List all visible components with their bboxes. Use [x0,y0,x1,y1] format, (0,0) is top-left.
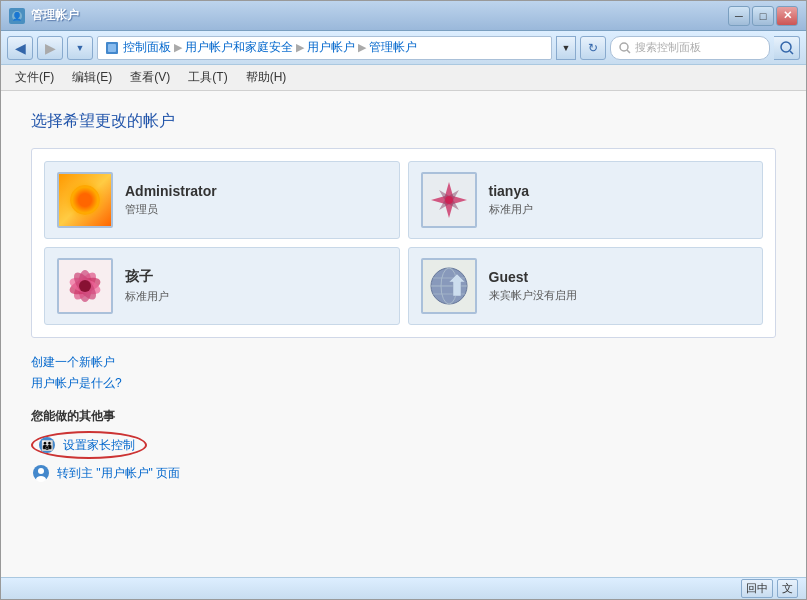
maximize-button[interactable]: □ [752,6,774,26]
title-bar-left: 👤 管理帐户 [9,7,79,24]
svg-point-17 [72,194,98,205]
svg-text:👤: 👤 [12,11,22,21]
svg-point-9 [74,186,97,214]
search-icon [619,42,631,54]
address-bar[interactable]: 控制面板 ▶ 用户帐户和家庭安全 ▶ 用户帐户 ▶ 管理帐户 [97,36,552,60]
menu-bar: 文件(F) 编辑(E) 查看(V) 工具(T) 帮助(H) [1,65,806,91]
breadcrumb-item-1[interactable]: 控制面板 [123,39,171,56]
search-placeholder: 搜索控制面板 [635,40,701,55]
account-name-child: 孩子 [125,268,387,286]
svg-point-15 [74,186,97,214]
links-section: 创建一个新帐户 用户帐户是什么? [31,354,776,392]
svg-text:👪: 👪 [41,439,54,452]
status-text-2: 文 [782,581,793,596]
svg-point-13 [74,186,97,214]
parental-control-label[interactable]: 设置家长控制 [63,437,135,454]
main-content: 选择希望更改的帐户 [1,91,806,577]
account-item-administrator[interactable]: Administrator 管理员 [44,161,400,239]
svg-point-19 [74,186,97,214]
account-type-child: 标准用户 [125,289,387,304]
svg-line-7 [790,51,793,54]
status-bar: 回中 文 [1,577,806,599]
search-button[interactable] [774,36,800,60]
svg-point-41 [38,468,44,474]
other-tasks-title: 您能做的其他事 [31,408,776,425]
svg-line-5 [627,50,630,53]
menu-tools[interactable]: 工具(T) [180,66,235,89]
title-bar: 👤 管理帐户 ─ □ ✕ [1,1,806,31]
menu-help[interactable]: 帮助(H) [238,66,295,89]
create-account-link[interactable]: 创建一个新帐户 [31,354,776,371]
svg-point-23 [445,196,453,204]
back-button[interactable]: ◀ [7,36,33,60]
parental-control-highlight[interactable]: 👪 设置家长控制 [31,431,147,459]
title-bar-controls: ─ □ ✕ [728,6,798,26]
avatar-child-image [59,260,111,312]
accounts-container: Administrator 管理员 [31,148,776,338]
account-name-guest: Guest [489,269,751,285]
account-type-guest: 来宾帐户没有启用 [489,288,751,303]
window-icon: 👤 [9,8,25,24]
account-item-tianya[interactable]: tianya 标准用户 [408,161,764,239]
avatar-tianya-image [423,174,475,226]
svg-point-8 [79,187,90,213]
account-info-guest: Guest 来宾帐户没有启用 [489,269,751,303]
address-dropdown-btn[interactable]: ▼ [556,36,576,60]
breadcrumb-item-3[interactable]: 用户帐户 [307,39,355,56]
breadcrumb-item-4[interactable]: 管理帐户 [369,39,417,56]
svg-point-14 [79,187,90,213]
svg-point-30 [79,280,91,292]
svg-point-11 [72,194,98,205]
svg-rect-3 [108,44,116,52]
menu-edit[interactable]: 编辑(E) [64,66,120,89]
home-icon [104,40,120,56]
accounts-grid: Administrator 管理员 [44,161,763,325]
avatar-admin-image [59,174,111,226]
avatar-child [57,258,113,314]
account-item-guest[interactable]: Guest 来宾帐户没有启用 [408,247,764,325]
avatar-guest [421,258,477,314]
dropdown-button[interactable]: ▼ [67,36,93,60]
svg-point-10 [71,189,99,212]
svg-point-6 [781,42,791,52]
svg-point-12 [71,189,99,212]
svg-point-16 [71,189,99,212]
svg-point-20 [76,191,95,210]
forward-button[interactable]: ▶ [37,36,63,60]
status-item-1: 回中 [741,579,773,598]
account-info-administrator: Administrator 管理员 [125,183,387,217]
account-name-tianya: tianya [489,183,751,199]
menu-view[interactable]: 查看(V) [122,66,178,89]
status-text-1: 回中 [746,581,768,596]
window-title: 管理帐户 [31,7,79,24]
avatar-guest-image [423,260,475,312]
avatar-administrator [57,172,113,228]
refresh-button[interactable]: ↻ [580,36,606,60]
user-accounts-icon [31,463,51,483]
svg-point-42 [36,476,46,482]
what-is-account-link[interactable]: 用户帐户是什么? [31,375,776,392]
task-item-user-accounts[interactable]: 转到主 "用户帐户" 页面 [31,463,776,483]
svg-point-21 [78,193,93,208]
avatar-tianya [421,172,477,228]
search-go-icon [780,41,794,55]
address-area: ◀ ▶ ▼ 控制面板 ▶ 用户帐户和家庭安全 ▶ 用户帐户 ▶ 管理帐户 ▼ ↻… [1,31,806,65]
page-title: 选择希望更改的帐户 [31,111,776,132]
account-type-tianya: 标准用户 [489,202,751,217]
breadcrumb-item-2[interactable]: 用户帐户和家庭安全 [185,39,293,56]
account-item-child[interactable]: 孩子 标准用户 [44,247,400,325]
status-item-2: 文 [777,579,798,598]
task-item-parental-control[interactable]: 👪 设置家长控制 [31,431,776,459]
search-box[interactable]: 搜索控制面板 [610,36,770,60]
menu-file[interactable]: 文件(F) [7,66,62,89]
minimize-button[interactable]: ─ [728,6,750,26]
account-type-administrator: 管理员 [125,202,387,217]
account-info-tianya: tianya 标准用户 [489,183,751,217]
parental-control-icon: 👪 [37,435,57,455]
svg-point-4 [620,43,628,51]
account-info-child: 孩子 标准用户 [125,268,387,304]
close-button[interactable]: ✕ [776,6,798,26]
svg-point-18 [71,189,99,212]
user-accounts-label[interactable]: 转到主 "用户帐户" 页面 [57,465,180,482]
other-tasks-section: 您能做的其他事 👪 设置家长控制 [31,408,776,487]
